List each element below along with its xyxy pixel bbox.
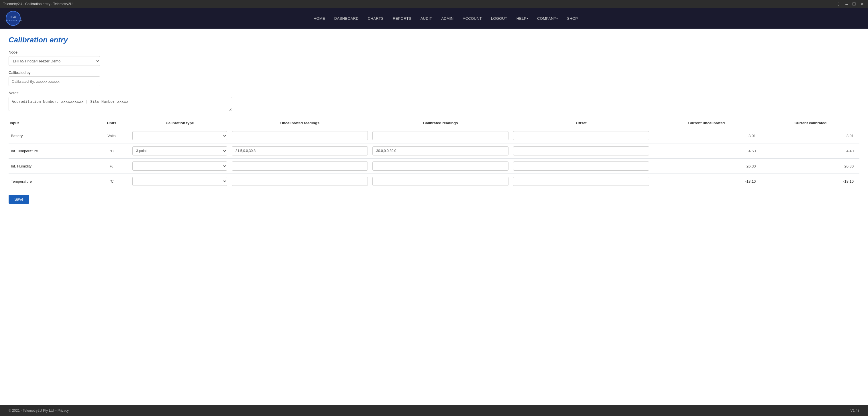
offset-input-3[interactable] (513, 177, 649, 186)
version: V1.43 (850, 409, 859, 413)
table-row: Temperature °C -18.10 -18.10 (9, 174, 859, 189)
calibrated-by-group: Calibrated by: (9, 70, 859, 86)
cell-cur-uncal-0: 3.01 (651, 128, 762, 143)
cell-units-3: °C (93, 174, 130, 189)
logo-text: T₂U (10, 15, 16, 19)
col-header-cal: Calibrated readings (370, 118, 511, 128)
col-header-input: Input (9, 118, 93, 128)
calread-input-2[interactable] (372, 161, 508, 171)
cell-input-1: Int. Temperature (9, 143, 93, 159)
nav-audit[interactable]: AUDIT (416, 8, 437, 29)
calibration-table: Input Units Calibration type Uncalibrate… (9, 118, 859, 189)
cell-offset-0 (511, 128, 651, 143)
col-header-cur-uncal: Current uncalibrated (651, 118, 762, 128)
titlebar-controls: ⋮ – ☐ ✕ (836, 2, 865, 6)
node-group: Node: LHT65 Fridge/Freezer Demo (9, 50, 859, 66)
cell-calread-2 (370, 159, 511, 174)
col-header-cur-cal: Current calibrated (762, 118, 859, 128)
cell-uncal-1 (229, 143, 370, 159)
restore-button[interactable]: ☐ (851, 2, 857, 6)
cell-cur-cal-1: 4.40 (762, 143, 859, 159)
cell-caltype-0 (130, 128, 229, 143)
nav-reports[interactable]: REPORTS (388, 8, 416, 29)
uncal-input-2[interactable] (232, 161, 368, 171)
notes-label: Notes: (9, 91, 859, 95)
minimize-button[interactable]: – (844, 2, 849, 6)
nav-home[interactable]: HOME (309, 8, 330, 29)
titlebar-title: Telemetry2U - Calibration entry - Teleme… (3, 2, 72, 6)
caltype-select-2[interactable] (132, 161, 227, 171)
cell-uncal-3 (229, 174, 370, 189)
cell-units-1: °C (93, 143, 130, 159)
navbar: T₂U TELEMETRY2U HOME DASHBOARD CHARTS RE… (0, 8, 868, 29)
caltype-select-3[interactable] (132, 177, 227, 186)
caltype-select-1[interactable]: 3-point (132, 146, 227, 156)
caltype-select-0[interactable] (132, 131, 227, 140)
cell-input-0: Battery (9, 128, 93, 143)
titlebar: Telemetry2U - Calibration entry - Teleme… (0, 0, 868, 8)
cell-offset-3 (511, 174, 651, 189)
notes-textarea[interactable]: Accreditation Number: xxxxxxxxxx | Site … (9, 97, 232, 111)
offset-input-1[interactable] (513, 146, 649, 156)
offset-input-0[interactable] (513, 131, 649, 140)
cell-cur-uncal-1: 4.50 (651, 143, 762, 159)
cell-calread-1 (370, 143, 511, 159)
table-header-row: Input Units Calibration type Uncalibrate… (9, 118, 859, 128)
cell-offset-1 (511, 143, 651, 159)
cell-calread-3 (370, 174, 511, 189)
save-button[interactable]: Save (9, 195, 29, 204)
nav-company[interactable]: COMPANY (532, 8, 562, 29)
cell-units-2: % (93, 159, 130, 174)
privacy-link[interactable]: Privacy (58, 409, 69, 413)
nav-links: HOME DASHBOARD CHARTS REPORTS AUDIT ADMI… (29, 8, 862, 29)
calread-input-1[interactable] (372, 146, 508, 156)
main-content: Calibration entry Node: LHT65 Fridge/Fre… (0, 29, 868, 405)
footer-copyright: © 2021 - Telemetry2U Pty Ltd – Privacy (9, 409, 69, 413)
calread-input-0[interactable] (372, 131, 508, 140)
logo-subtext: TELEMETRY2U (4, 20, 22, 22)
uncal-input-0[interactable] (232, 131, 368, 140)
node-select[interactable]: LHT65 Fridge/Freezer Demo (9, 56, 100, 66)
cell-caltype-1: 3-point (130, 143, 229, 159)
table-row: Int. Humidity % 26.30 26.30 (9, 159, 859, 174)
cell-cur-cal-3: -18.10 (762, 174, 859, 189)
page-title: Calibration entry (9, 35, 859, 44)
node-label: Node: (9, 50, 859, 54)
cell-uncal-2 (229, 159, 370, 174)
nav-dashboard[interactable]: DASHBOARD (330, 8, 363, 29)
cell-calread-0 (370, 128, 511, 143)
table-row: Battery Volts 3.01 3.01 (9, 128, 859, 143)
cell-offset-2 (511, 159, 651, 174)
uncal-input-3[interactable] (232, 177, 368, 186)
calibrated-by-input[interactable] (9, 76, 100, 86)
cell-caltype-3 (130, 174, 229, 189)
footer-copyright-text: © 2021 - Telemetry2U Pty Ltd – (9, 409, 58, 413)
nav-shop[interactable]: SHOP (562, 8, 582, 29)
col-header-caltype: Calibration type (130, 118, 229, 128)
nav-admin[interactable]: ADMIN (437, 8, 458, 29)
nav-help[interactable]: HELP (512, 8, 532, 29)
cell-input-3: Temperature (9, 174, 93, 189)
footer: © 2021 - Telemetry2U Pty Ltd – Privacy V… (0, 405, 868, 416)
calread-input-3[interactable] (372, 177, 508, 186)
uncal-input-1[interactable] (232, 146, 368, 156)
col-header-offset: Offset (511, 118, 651, 128)
cell-uncal-0 (229, 128, 370, 143)
cell-cur-uncal-2: 26.30 (651, 159, 762, 174)
cell-input-2: Int. Humidity (9, 159, 93, 174)
calibration-table-wrapper: Input Units Calibration type Uncalibrate… (9, 118, 859, 189)
cell-caltype-2 (130, 159, 229, 174)
cell-cur-uncal-3: -18.10 (651, 174, 762, 189)
col-header-uncal: Uncalibrated readings (229, 118, 370, 128)
nav-logout[interactable]: LOGOUT (487, 8, 512, 29)
table-row: Int. Temperature °C 3-point 4.50 4.40 (9, 143, 859, 159)
close-button[interactable]: ✕ (859, 2, 865, 6)
offset-input-2[interactable] (513, 161, 649, 171)
logo[interactable]: T₂U TELEMETRY2U (6, 11, 21, 26)
nav-account[interactable]: ACCOUNT (458, 8, 487, 29)
cell-cur-cal-2: 26.30 (762, 159, 859, 174)
calibrated-by-label: Calibrated by: (9, 70, 859, 75)
nav-charts[interactable]: CHARTS (363, 8, 388, 29)
menu-icon[interactable]: ⋮ (836, 2, 842, 6)
cell-units-0: Volts (93, 128, 130, 143)
